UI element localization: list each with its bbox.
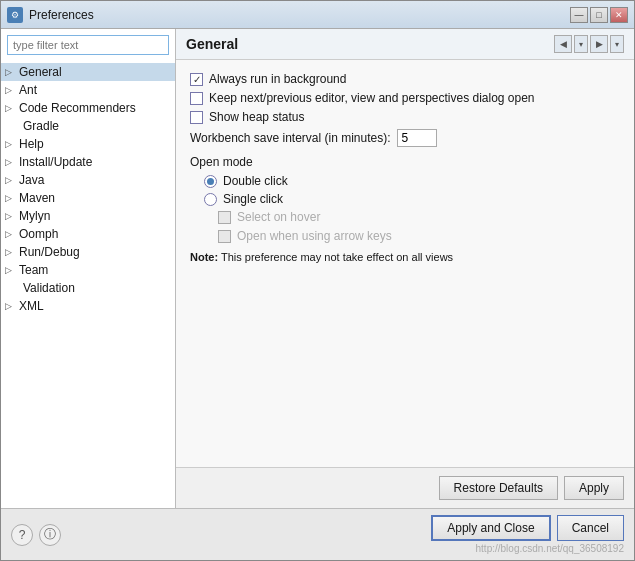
right-panel: General ◀ ▾ ▶ ▾ Always run in background	[176, 29, 634, 508]
sidebar: ▷ General ▷ Ant ▷ Code Recommenders Grad…	[1, 29, 176, 508]
double-click-row: Double click	[204, 174, 620, 188]
always-run-label: Always run in background	[209, 72, 346, 86]
sidebar-item-label: Code Recommenders	[19, 101, 136, 115]
arrow-icon: ▷	[5, 211, 19, 221]
window-icon: ⚙	[7, 7, 23, 23]
arrow-icon: ▷	[5, 139, 19, 149]
save-interval-label: Workbench save interval (in minutes):	[190, 131, 391, 145]
arrow-icon: ▷	[5, 301, 19, 311]
double-click-radio[interactable]	[204, 175, 217, 188]
always-run-checkbox[interactable]	[190, 73, 203, 86]
title-bar-left: ⚙ Preferences	[7, 7, 94, 23]
sidebar-item-label: Mylyn	[19, 209, 50, 223]
sidebar-item-install-update[interactable]: ▷ Install/Update	[1, 153, 175, 171]
sidebar-item-maven[interactable]: ▷ Maven	[1, 189, 175, 207]
sidebar-item-label: Java	[19, 173, 44, 187]
save-interval-row: Workbench save interval (in minutes):	[190, 129, 620, 147]
arrow-icon: ▷	[5, 247, 19, 257]
save-interval-input[interactable]	[397, 129, 437, 147]
maximize-button[interactable]: □	[590, 7, 608, 23]
keep-next-prev-label: Keep next/previous editor, view and pers…	[209, 91, 535, 105]
note-prefix: Note:	[190, 251, 218, 263]
info-icon[interactable]: ⓘ	[39, 524, 61, 546]
arrow-icon: ▷	[5, 67, 19, 77]
footer-bar: ? ⓘ Apply and Close Cancel http://blog.c…	[1, 508, 634, 560]
arrow-icon: ▷	[5, 157, 19, 167]
open-arrow-keys-checkbox[interactable]	[218, 230, 231, 243]
sidebar-item-label: Run/Debug	[19, 245, 80, 259]
panel-header: General ◀ ▾ ▶ ▾	[176, 29, 634, 60]
open-arrow-keys-row: Open when using arrow keys	[218, 229, 620, 243]
sidebar-item-label: General	[19, 65, 62, 79]
sidebar-item-label: Ant	[19, 83, 37, 97]
keep-next-prev-checkbox[interactable]	[190, 92, 203, 105]
select-hover-checkbox[interactable]	[218, 211, 231, 224]
select-hover-label: Select on hover	[237, 210, 320, 224]
sidebar-item-label: Gradle	[23, 119, 59, 133]
close-button[interactable]: ✕	[610, 7, 628, 23]
sidebar-item-oomph[interactable]: ▷ Oomph	[1, 225, 175, 243]
sidebar-item-team[interactable]: ▷ Team	[1, 261, 175, 279]
sidebar-item-mylyn[interactable]: ▷ Mylyn	[1, 207, 175, 225]
arrow-icon: ▷	[5, 103, 19, 113]
forward-button[interactable]: ▶	[590, 35, 608, 53]
filter-search-input[interactable]	[7, 35, 169, 55]
restore-defaults-button[interactable]: Restore Defaults	[439, 476, 558, 500]
sidebar-item-label: Team	[19, 263, 48, 277]
arrow-icon: ▷	[5, 85, 19, 95]
back-button[interactable]: ◀	[554, 35, 572, 53]
apply-close-button[interactable]: Apply and Close	[431, 515, 550, 541]
single-click-row: Single click	[204, 192, 620, 206]
sidebar-item-validation[interactable]: Validation	[1, 279, 175, 297]
nav-buttons: ◀ ▾ ▶ ▾	[554, 35, 624, 53]
sidebar-item-run-debug[interactable]: ▷ Run/Debug	[1, 243, 175, 261]
apply-button[interactable]: Apply	[564, 476, 624, 500]
title-bar: ⚙ Preferences — □ ✕	[1, 1, 634, 29]
sidebar-item-label: Maven	[19, 191, 55, 205]
single-click-radio[interactable]	[204, 193, 217, 206]
minimize-button[interactable]: —	[570, 7, 588, 23]
arrow-icon: ▷	[5, 229, 19, 239]
cancel-button[interactable]: Cancel	[557, 515, 624, 541]
tree-area: ▷ General ▷ Ant ▷ Code Recommenders Grad…	[1, 61, 175, 508]
footer-buttons: Apply and Close Cancel	[431, 515, 624, 541]
arrow-icon: ▷	[5, 175, 19, 185]
select-hover-row: Select on hover	[218, 210, 620, 224]
arrow-icon: ▷	[5, 265, 19, 275]
help-icon[interactable]: ?	[11, 524, 33, 546]
forward-dropdown[interactable]: ▾	[610, 35, 624, 53]
open-mode-group: Double click Single click	[204, 174, 620, 206]
preferences-window: ⚙ Preferences — □ ✕ ▷ General ▷ Ant	[0, 0, 635, 561]
sidebar-item-help[interactable]: ▷ Help	[1, 135, 175, 153]
show-heap-label: Show heap status	[209, 110, 304, 124]
single-click-label: Single click	[223, 192, 283, 206]
sub-options: Select on hover Open when using arrow ke…	[218, 210, 620, 243]
sidebar-item-xml[interactable]: ▷ XML	[1, 297, 175, 315]
title-buttons: — □ ✕	[570, 7, 628, 23]
sidebar-item-label: Validation	[23, 281, 75, 295]
sidebar-item-code-recommenders[interactable]: ▷ Code Recommenders	[1, 99, 175, 117]
double-click-label: Double click	[223, 174, 288, 188]
window-title: Preferences	[29, 8, 94, 22]
keep-next-prev-row: Keep next/previous editor, view and pers…	[190, 91, 620, 105]
note-text: Note: This preference may not take effec…	[190, 251, 620, 263]
footer-icons: ? ⓘ	[11, 524, 61, 546]
always-run-row: Always run in background	[190, 72, 620, 86]
watermark: http://blog.csdn.net/qq_36508192	[476, 543, 624, 554]
sidebar-item-label: Oomph	[19, 227, 58, 241]
sidebar-item-ant[interactable]: ▷ Ant	[1, 81, 175, 99]
sidebar-item-general[interactable]: ▷ General	[1, 63, 175, 81]
show-heap-checkbox[interactable]	[190, 111, 203, 124]
note-body: This preference may not take effect on a…	[218, 251, 453, 263]
bottom-buttons: Restore Defaults Apply	[176, 467, 634, 508]
arrow-icon: ▷	[5, 193, 19, 203]
back-dropdown[interactable]: ▾	[574, 35, 588, 53]
sidebar-item-label: Install/Update	[19, 155, 92, 169]
panel-title: General	[186, 36, 238, 52]
sidebar-item-gradle[interactable]: Gradle	[1, 117, 175, 135]
open-arrow-keys-label: Open when using arrow keys	[237, 229, 392, 243]
show-heap-row: Show heap status	[190, 110, 620, 124]
main-content: ▷ General ▷ Ant ▷ Code Recommenders Grad…	[1, 29, 634, 508]
sidebar-item-java[interactable]: ▷ Java	[1, 171, 175, 189]
open-mode-label: Open mode	[190, 155, 620, 169]
